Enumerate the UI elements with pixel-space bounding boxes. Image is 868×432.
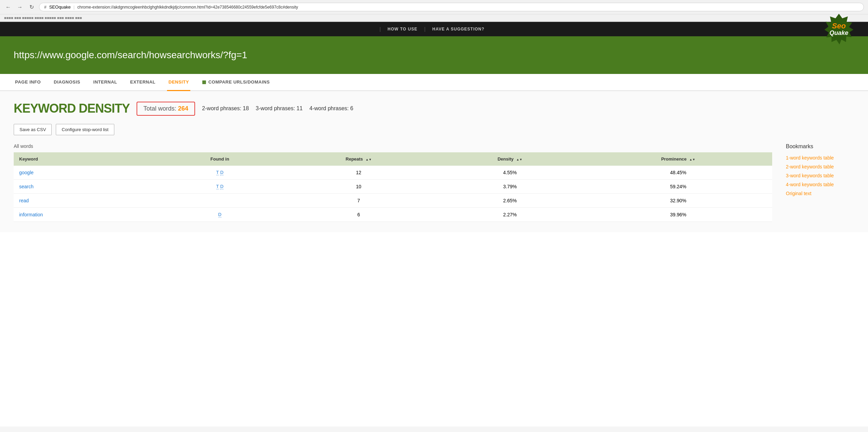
table-row: informationD62.27%39.96% <box>14 208 772 222</box>
found-in-link[interactable]: D <box>220 170 223 175</box>
found-in-cell: TD <box>158 166 282 180</box>
seoquake-logo: Seo Quake <box>824 14 854 45</box>
density-cell: 2.65% <box>436 194 585 208</box>
found-in-cell: D <box>158 208 282 222</box>
bookmarks-sidebar: Bookmarks 1-word keywords table2-word ke… <box>786 143 854 222</box>
bookmarks-title: Bookmarks <box>786 143 854 150</box>
found-in-cell: TD <box>158 180 282 194</box>
table-area: All words Keyword Found in Repeats ▲▼ De… <box>14 143 772 222</box>
browser-nav: ← → ↻ # SEOquake | chrome-extension://ak… <box>0 0 868 14</box>
col-keyword: Keyword <box>14 152 158 166</box>
bookmark-link[interactable]: 2-word keywords table <box>786 164 854 169</box>
nav-sep-1: | <box>378 26 382 32</box>
total-words-count: 264 <box>178 105 188 112</box>
reload-button[interactable]: ↻ <box>27 3 36 11</box>
tab-page-info[interactable]: PAGE INFO <box>14 74 42 91</box>
col-repeats[interactable]: Repeats ▲▼ <box>282 152 436 166</box>
nav-how-to-use[interactable]: HOW TO USE <box>382 25 423 33</box>
repeats-cell: 12 <box>282 166 436 180</box>
keyword-link[interactable]: information <box>19 212 43 217</box>
table-row: googleTD124.55%48.45% <box>14 166 772 180</box>
logo-quake: Quake <box>829 30 848 36</box>
tab-title: SEOquake <box>49 4 71 10</box>
data-table: Keyword Found in Repeats ▲▼ Density ▲▼ <box>14 152 772 222</box>
repeats-cell: 6 <box>282 208 436 222</box>
keyword-link[interactable]: read <box>19 198 29 203</box>
url-text: chrome-extension://akdgnmcogleenhbclghgh… <box>77 5 859 10</box>
nav-sep-2: | <box>423 26 427 32</box>
table-section: All words Keyword Found in Repeats ▲▼ De… <box>14 143 854 222</box>
logo-area: Seo Quake <box>824 14 854 45</box>
density-cell: 2.27% <box>436 208 585 222</box>
tab-compare-urls[interactable]: ▩ COMPARE URLS/DOMAINS <box>201 74 271 91</box>
logo-seo: Seo <box>832 22 846 30</box>
save-csv-button[interactable]: Save as CSV <box>14 124 52 135</box>
found-in-link[interactable]: T <box>216 184 219 189</box>
tab-diagnosis[interactable]: DIAGNOSIS <box>52 74 81 91</box>
repeats-sort-arrows: ▲▼ <box>366 158 372 161</box>
bookmarks-bar: ■■■■ ■■■ ■■■■■ ■■■■ ■■■■■ ■■■ ■■■■ ■■■ <box>0 14 868 22</box>
density-cell: 4.55% <box>436 166 585 180</box>
browser-chrome: ← → ↻ # SEOquake | chrome-extension://ak… <box>0 0 868 22</box>
total-words-label: Total words: <box>143 105 176 112</box>
density-sort-arrows: ▲▼ <box>516 158 522 161</box>
configure-stopwords-button[interactable]: Configure stop-word list <box>56 124 114 135</box>
url-separator: | <box>74 4 75 10</box>
total-words-box: Total words: 264 <box>137 102 195 116</box>
extension-icon: # <box>44 5 47 10</box>
green-header: https://www.google.com/search/howsearchw… <box>0 36 868 74</box>
prominence-cell: 48.45% <box>584 166 772 180</box>
top-nav: | HOW TO USE | HAVE A SUGGESTION? Seo Qu… <box>0 22 868 36</box>
bookmark-link[interactable]: 3-word keywords table <box>786 173 854 178</box>
col-prominence[interactable]: Prominence ▲▼ <box>584 152 772 166</box>
keyword-link[interactable]: search <box>19 184 34 189</box>
col-density[interactable]: Density ▲▼ <box>436 152 585 166</box>
tab-nav: PAGE INFO DIAGNOSIS INTERNAL EXTERNAL DE… <box>0 74 868 91</box>
bookmarks-label: ■■■■ ■■■ ■■■■■ ■■■■ ■■■■■ ■■■ ■■■■ ■■■ <box>4 16 82 20</box>
nav-suggestion[interactable]: HAVE A SUGGESTION? <box>427 25 490 33</box>
col-found-in: Found in <box>158 152 282 166</box>
found-in-link[interactable]: D <box>220 184 223 189</box>
bookmark-links: 1-word keywords table2-word keywords tab… <box>786 155 854 196</box>
bar-chart-icon: ▩ <box>202 79 206 85</box>
two-word-stat: 2-word phrases: 18 <box>202 105 249 112</box>
main-content: KEYWORD DENSITY Total words: 264 2-word … <box>0 91 868 232</box>
prominence-sort-arrows: ▲▼ <box>689 158 695 161</box>
bookmark-link[interactable]: 1-word keywords table <box>786 155 854 161</box>
bookmark-link[interactable]: 4-word keywords table <box>786 182 854 187</box>
forward-button[interactable]: → <box>16 3 24 11</box>
found-in-link[interactable]: T <box>216 170 219 175</box>
tab-external[interactable]: EXTERNAL <box>129 74 157 91</box>
action-buttons: Save as CSV Configure stop-word list <box>14 124 854 135</box>
kd-title-row: KEYWORD DENSITY Total words: 264 2-word … <box>14 101 854 116</box>
three-word-stat: 3-word phrases: 11 <box>256 105 303 112</box>
keyword-link[interactable]: google <box>19 170 34 175</box>
tab-internal[interactable]: INTERNAL <box>92 74 119 91</box>
phrase-stats: 2-word phrases: 18 3-word phrases: 11 4-… <box>202 105 353 112</box>
app-wrapper: | HOW TO USE | HAVE A SUGGESTION? Seo Qu… <box>0 22 868 427</box>
kd-title: KEYWORD DENSITY <box>14 101 130 116</box>
found-in-cell <box>158 194 282 208</box>
address-bar[interactable]: # SEOquake | chrome-extension://akdgnmco… <box>39 3 864 11</box>
page-url: https://www.google.com/search/howsearchw… <box>14 50 854 61</box>
bookmark-link[interactable]: Original text <box>786 191 854 196</box>
repeats-cell: 10 <box>282 180 436 194</box>
four-word-stat: 4-word phrases: 6 <box>309 105 353 112</box>
table-row: read72.65%32.90% <box>14 194 772 208</box>
repeats-cell: 7 <box>282 194 436 208</box>
prominence-cell: 39.96% <box>584 208 772 222</box>
found-in-link[interactable]: D <box>218 212 221 217</box>
table-header-row: Keyword Found in Repeats ▲▼ Density ▲▼ <box>14 152 772 166</box>
prominence-cell: 59.24% <box>584 180 772 194</box>
table-row: searchTD103.79%59.24% <box>14 180 772 194</box>
prominence-cell: 32.90% <box>584 194 772 208</box>
table-label: All words <box>14 143 772 149</box>
density-cell: 3.79% <box>436 180 585 194</box>
back-button[interactable]: ← <box>4 3 12 11</box>
tab-density[interactable]: DENSITY <box>167 74 190 91</box>
